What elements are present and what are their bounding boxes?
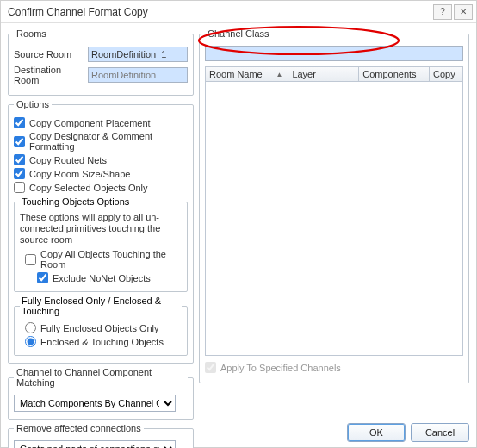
button-bar: OK Cancel [347, 423, 469, 442]
source-room-field[interactable]: RoomDefinition_1 [88, 47, 188, 62]
rooms-group: Rooms Source Room RoomDefinition_1 Desti… [8, 28, 194, 96]
columns: Rooms Source Room RoomDefinition_1 Desti… [8, 28, 469, 383]
column-label: Components [362, 69, 416, 80]
checkbox-icon[interactable] [25, 254, 36, 265]
radio-icon[interactable] [25, 336, 36, 347]
checkbox-icon[interactable] [14, 136, 25, 147]
touching-objects-group: Touching Objects Options These options w… [14, 196, 188, 292]
source-room-label: Source Room [14, 49, 84, 59]
copy-room-size-checkbox[interactable]: Copy Room Size/Shape [14, 168, 188, 179]
titlebar: Confirm Channel Format Copy ? ✕ [1, 1, 476, 23]
remove-group: Remove affected connections Contained pa… [8, 423, 194, 448]
channel-class-group: Channel Class Room Name ▲ Layer Componen… [199, 28, 469, 383]
copy-selected-only-checkbox[interactable]: Copy Selected Objects Only [14, 182, 188, 193]
column-layer[interactable]: Layer [288, 67, 359, 81]
checkbox-label: Apply To Specified Channels [220, 363, 341, 373]
enclosed-touching-radio[interactable]: Enclosed & Touching Objects [25, 336, 182, 347]
column-label: Copy [433, 69, 455, 80]
rooms-legend: Rooms [14, 28, 49, 39]
exclude-nonet-checkbox[interactable]: Exclude NoNet Objects [37, 272, 182, 283]
checkbox-label: Exclude NoNet Objects [53, 273, 151, 283]
ok-button[interactable]: OK [347, 423, 406, 442]
radio-label: Enclosed & Touching Objects [40, 337, 164, 347]
checkbox-label: Copy Selected Objects Only [29, 183, 148, 193]
channel-class-legend: Channel Class [205, 28, 272, 39]
checkbox-label: Copy All Objects Touching the Room [40, 249, 182, 270]
right-column: Channel Class Room Name ▲ Layer Componen… [199, 28, 469, 383]
dest-room-label: Destination Room [14, 65, 84, 85]
checkbox-icon [205, 362, 216, 373]
left-column: Rooms Source Room RoomDefinition_1 Desti… [8, 28, 194, 383]
cancel-button[interactable]: Cancel [411, 423, 469, 442]
window-title: Confirm Channel Format Copy [8, 6, 148, 18]
close-icon[interactable]: ✕ [454, 4, 473, 20]
checkbox-label: Copy Component Placement [29, 118, 151, 128]
checkbox-label: Copy Room Size/Shape [29, 169, 130, 179]
checkbox-label: Copy Routed Nets [29, 155, 107, 165]
fully-enclosed-radio[interactable]: Fully Enclosed Objects Only [25, 322, 182, 333]
dialog-window: Confirm Channel Format Copy ? ✕ Rooms So… [0, 0, 477, 448]
matching-legend: Channel to Channel Component Matching [14, 367, 188, 388]
copy-designator-comment-checkbox[interactable]: Copy Designator & Comment Formatting [14, 131, 188, 152]
touching-desc: These options will apply to all un-conne… [20, 212, 182, 246]
matching-group: Channel to Channel Component Matching Ma… [8, 367, 194, 420]
window-controls: ? ✕ [433, 4, 473, 20]
radio-label: Fully Enclosed Objects Only [40, 323, 159, 333]
table-header: Room Name ▲ Layer Components Copy [205, 66, 463, 82]
matching-combobox[interactable]: Match Components By Channel Offsets [14, 395, 176, 412]
touching-legend: Touching Objects Options [20, 196, 131, 207]
checkbox-icon[interactable] [14, 154, 25, 165]
apply-to-specified-checkbox: Apply To Specified Channels [205, 362, 463, 373]
dest-room-field[interactable]: RoomDefinition [88, 67, 188, 83]
source-room-row: Source Room RoomDefinition_1 [14, 47, 188, 62]
channel-class-field[interactable] [205, 46, 463, 61]
remove-combobox[interactable]: Contained parts of connections only [14, 440, 176, 448]
table-body[interactable] [205, 82, 463, 356]
column-label: Room Name [209, 69, 263, 80]
remove-row: Contained parts of connections only [14, 440, 188, 448]
matching-row: Match Components By Channel Offsets [14, 395, 188, 412]
checkbox-label: Copy Designator & Comment Formatting [29, 131, 188, 152]
checkbox-icon[interactable] [14, 117, 25, 128]
enclosed-group: Fully Enclosed Only / Enclosed & Touchin… [14, 296, 188, 356]
radio-icon[interactable] [25, 322, 36, 333]
column-label: Layer [292, 69, 316, 80]
options-group: Options Copy Component Placement Copy De… [8, 99, 194, 364]
checkbox-icon[interactable] [14, 182, 25, 193]
copy-component-placement-checkbox[interactable]: Copy Component Placement [14, 117, 188, 128]
sort-asc-icon: ▲ [276, 69, 282, 80]
column-components[interactable]: Components [359, 67, 430, 81]
column-copy[interactable]: Copy [430, 67, 462, 81]
copy-all-touching-checkbox[interactable]: Copy All Objects Touching the Room [25, 249, 182, 270]
column-room-name[interactable]: Room Name ▲ [206, 67, 288, 81]
remove-legend: Remove affected connections [14, 423, 144, 433]
checkbox-icon[interactable] [37, 272, 48, 283]
dialog-body: Rooms Source Room RoomDefinition_1 Desti… [1, 23, 476, 418]
copy-routed-nets-checkbox[interactable]: Copy Routed Nets [14, 154, 188, 165]
options-legend: Options [14, 99, 52, 109]
help-icon[interactable]: ? [433, 4, 452, 20]
dest-room-row: Destination Room RoomDefinition [14, 65, 188, 85]
enclosed-legend: Fully Enclosed Only / Enclosed & Touchin… [20, 296, 182, 316]
checkbox-icon[interactable] [14, 168, 25, 179]
apply-row: Apply To Specified Channels [205, 356, 463, 376]
